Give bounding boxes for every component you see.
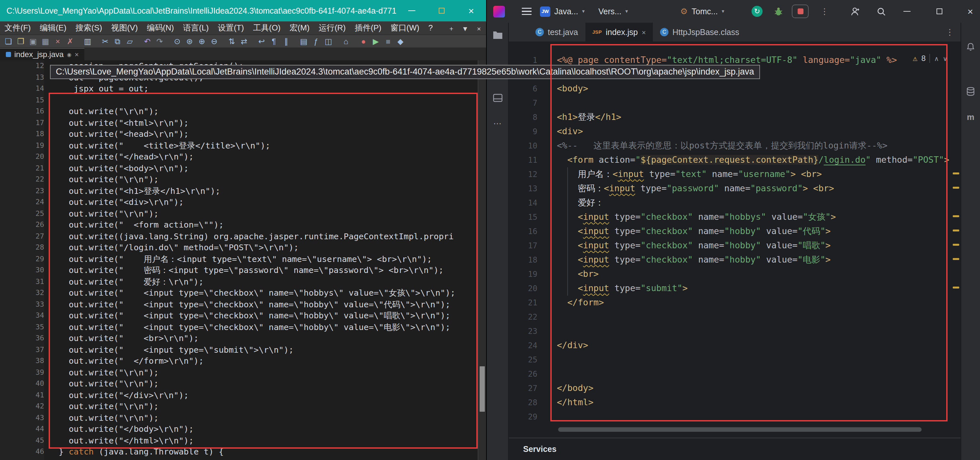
close-button[interactable]: × xyxy=(456,0,486,21)
macro-record-icon[interactable]: ● xyxy=(358,35,369,47)
code-segment: "代码" xyxy=(798,226,826,236)
previous-problem-button[interactable]: ∧ xyxy=(934,55,939,62)
project-widget[interactable]: JW Java... ▾ xyxy=(540,0,585,23)
code-line: out.write(" <title>登录</title>\r\n"); xyxy=(44,140,270,151)
menu-item[interactable]: 文件(F) xyxy=(0,21,35,34)
code-segment: out.write("\r\n"); xyxy=(49,401,159,411)
line-number: 19 xyxy=(0,140,44,151)
indent-guide-icon[interactable]: ∥ xyxy=(281,35,291,47)
menu-item[interactable]: 运行(R) xyxy=(314,21,350,34)
database-tool-button[interactable] xyxy=(961,86,980,97)
new-file-icon[interactable]: ❏ xyxy=(3,35,14,47)
open-file-icon[interactable]: ❐ xyxy=(16,35,26,47)
intellij-titlebar[interactable]: JW Java... ▾ Vers... ▾ ⚙ Tomc... ▾ ↻ xyxy=(487,0,980,23)
more-actions-button[interactable]: ⋮ xyxy=(820,0,829,23)
notepad-editor[interactable]: 12 session = pageContext.getSession(); 1… xyxy=(0,60,486,460)
code-segment: out.write(" <form action=\""); xyxy=(49,220,224,230)
pin-icon[interactable]: ◉ xyxy=(67,52,72,57)
editor-tab-index-jsp-java[interactable]: index_jsp.java ◉ × xyxy=(0,48,85,60)
minimize-button[interactable] xyxy=(897,0,916,23)
close-button[interactable]: × xyxy=(961,0,980,23)
tab-close-icon[interactable]: × xyxy=(75,51,79,58)
scrollbar-thumb[interactable] xyxy=(480,366,485,412)
tab-httpjspbase-class[interactable]: C HttpJspBase.class xyxy=(653,23,746,41)
code-with-me-button[interactable] xyxy=(850,0,861,23)
undo-icon[interactable]: ↶ xyxy=(142,35,153,47)
code-segment xyxy=(635,184,641,193)
minimize-button[interactable] xyxy=(396,0,426,21)
word-wrap-icon[interactable]: ↩ xyxy=(256,35,267,47)
code-line: <input type="checkbox" name="hobby" valu… xyxy=(538,253,831,267)
show-all-characters-icon[interactable]: ¶ xyxy=(269,35,279,47)
code-line-row: 41 out.write("</div>\r\n"); xyxy=(0,389,486,401)
sync-horizontal-icon[interactable]: ⇄ xyxy=(239,35,249,47)
menu-item[interactable]: 插件(P) xyxy=(350,21,386,34)
menubar-extra-icon[interactable]: + xyxy=(449,24,453,32)
maven-tool-button[interactable]: m xyxy=(961,112,980,122)
notifications-button[interactable] xyxy=(961,42,980,52)
code-segment: input xyxy=(583,283,609,293)
macro-save-icon[interactable]: ◆ xyxy=(395,35,406,47)
menu-item[interactable]: 编辑(E) xyxy=(35,21,71,34)
stop-button-frame xyxy=(792,5,809,18)
line-number: 27 xyxy=(0,230,44,242)
tab-options-button[interactable]: ⋮ xyxy=(946,23,954,41)
find-icon[interactable]: ⊙ xyxy=(172,35,182,47)
menu-item[interactable]: 宏(M) xyxy=(285,21,314,34)
notepad-titlebar[interactable]: C:\Users\Love_MengYao\AppData\Local\JetB… xyxy=(0,0,486,21)
rerun-button[interactable]: ↻ xyxy=(752,0,763,23)
zoom-out-icon[interactable]: ⊖ xyxy=(209,35,220,47)
code-segment: login.do xyxy=(824,155,865,165)
inspections-widget[interactable]: ⚠ 8 ∧ ∨ xyxy=(913,54,948,63)
doc-map-icon[interactable]: ▤ xyxy=(299,35,309,47)
cut-icon[interactable]: ✂ xyxy=(100,35,110,47)
menu-item[interactable]: 设置(T) xyxy=(213,21,248,34)
stop-button[interactable] xyxy=(792,0,809,23)
maximize-button[interactable] xyxy=(929,0,949,23)
horizontal-scrollbar-thumb[interactable] xyxy=(558,427,921,432)
sync-vertical-icon[interactable]: ⇅ xyxy=(226,35,237,47)
tab-close-icon[interactable]: × xyxy=(641,28,646,36)
menu-item[interactable]: ? xyxy=(424,21,438,34)
search-everywhere-button[interactable] xyxy=(876,0,886,23)
menubar-extra-icon[interactable]: ▼ xyxy=(462,24,469,32)
debug-button[interactable] xyxy=(774,0,783,23)
menu-item[interactable]: 工具(O) xyxy=(248,21,285,34)
save-icon[interactable]: ▣ xyxy=(28,35,38,47)
print-icon[interactable]: ▥ xyxy=(83,35,93,47)
project-tool-button[interactable] xyxy=(487,30,508,40)
function-list-icon[interactable]: ƒ xyxy=(311,35,321,47)
run-configuration-widget[interactable]: ⚙ Tomc... ▾ xyxy=(680,0,724,23)
maximize-button[interactable] xyxy=(426,0,456,21)
vcs-widget[interactable]: Vers... ▾ xyxy=(598,0,628,23)
close-file-icon[interactable]: × xyxy=(52,35,63,47)
menu-item[interactable]: 窗口(W) xyxy=(386,21,424,34)
services-tool-button[interactable] xyxy=(487,93,508,103)
more-tool-windows-button[interactable]: ⋯ xyxy=(487,119,508,128)
intellij-editor[interactable]: 1 <%@ page contentType="text/html;charse… xyxy=(509,41,961,437)
menubar-extra-icon[interactable]: × xyxy=(477,24,481,32)
save-all-icon[interactable]: ▦ xyxy=(40,35,51,47)
paste-icon[interactable]: ▱ xyxy=(125,35,135,47)
close-all-icon[interactable]: ✗ xyxy=(65,35,75,47)
code-segment: </html> xyxy=(557,397,593,407)
menu-item[interactable]: 视图(V) xyxy=(107,21,142,34)
browser-icon[interactable]: ⌂ xyxy=(341,35,351,47)
replace-icon[interactable]: ⊛ xyxy=(184,35,195,47)
menu-item[interactable]: 编码(N) xyxy=(142,21,178,34)
menu-item[interactable]: 语言(L) xyxy=(178,21,213,34)
next-problem-button[interactable]: ∨ xyxy=(943,55,948,62)
main-menu-button[interactable] xyxy=(522,0,531,23)
services-panel-header[interactable]: Services xyxy=(509,437,961,460)
macro-play-icon[interactable]: ▶ xyxy=(371,35,381,47)
tab-test-java[interactable]: C test.java xyxy=(528,23,585,41)
code-line: <input type="checkbox" name="hobby" valu… xyxy=(538,239,831,253)
tab-index-jsp[interactable]: JSP index.jsp × xyxy=(585,23,653,41)
zoom-in-icon[interactable]: ⊕ xyxy=(197,35,207,47)
copy-icon[interactable]: ⧉ xyxy=(112,35,123,47)
redo-icon[interactable]: ↷ xyxy=(154,35,165,47)
doc-switcher-icon[interactable]: ◫ xyxy=(323,35,334,47)
menu-item[interactable]: 搜索(S) xyxy=(71,21,107,34)
macro-stop-icon[interactable]: ■ xyxy=(383,35,393,47)
vertical-scrollbar[interactable] xyxy=(478,60,486,460)
